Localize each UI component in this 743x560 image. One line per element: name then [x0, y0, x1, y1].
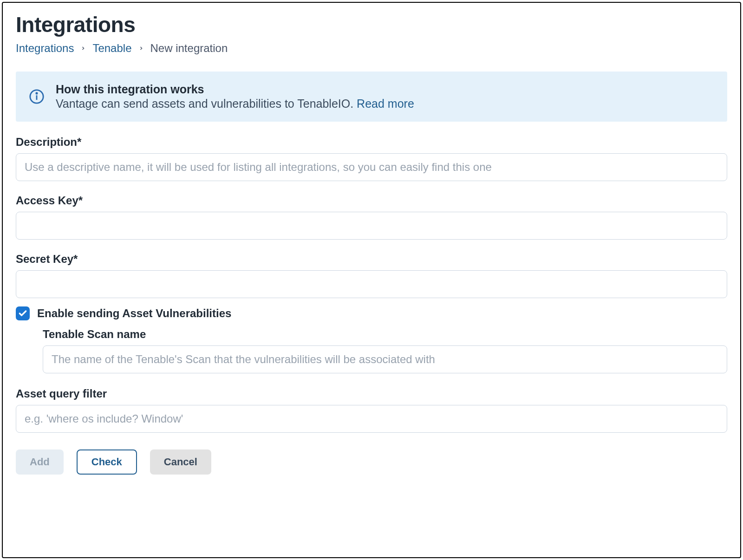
check-button[interactable]: Check: [77, 449, 137, 475]
info-banner-title: How this integration works: [56, 83, 714, 96]
secret-key-input[interactable]: [16, 270, 727, 298]
info-banner-description: Vantage can send assets and vulnerabilit…: [56, 97, 714, 111]
enable-vulnerabilities-checkbox[interactable]: [16, 306, 30, 320]
description-label: Description*: [16, 136, 727, 149]
breadcrumb-link-integrations[interactable]: Integrations: [16, 42, 74, 55]
add-button[interactable]: Add: [16, 449, 64, 475]
secret-key-label: Secret Key*: [16, 253, 727, 266]
chevron-right-icon: [138, 46, 144, 51]
asset-query-input[interactable]: [16, 405, 727, 433]
description-input[interactable]: [16, 153, 727, 181]
breadcrumb: Integrations Tenable New integration: [16, 42, 727, 55]
enable-vulnerabilities-label: Enable sending Asset Vulnerabilities: [37, 307, 231, 320]
page-title: Integrations: [16, 12, 727, 37]
access-key-input[interactable]: [16, 212, 727, 240]
info-banner: How this integration works Vantage can s…: [16, 72, 727, 122]
svg-point-2: [36, 93, 37, 94]
scan-name-label: Tenable Scan name: [43, 328, 727, 341]
breadcrumb-link-tenable[interactable]: Tenable: [92, 42, 131, 55]
breadcrumb-current: New integration: [150, 42, 228, 55]
asset-query-label: Asset query filter: [16, 387, 727, 400]
info-icon: [29, 89, 45, 104]
access-key-label: Access Key*: [16, 194, 727, 207]
read-more-link[interactable]: Read more: [357, 97, 414, 110]
chevron-right-icon: [80, 46, 86, 51]
cancel-button[interactable]: Cancel: [150, 449, 211, 475]
scan-name-input[interactable]: [43, 345, 727, 373]
